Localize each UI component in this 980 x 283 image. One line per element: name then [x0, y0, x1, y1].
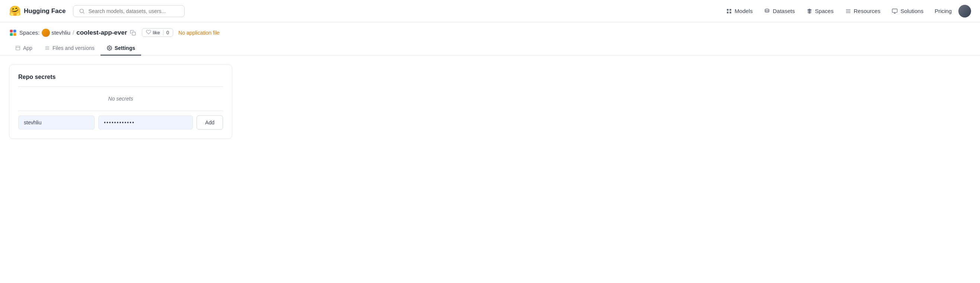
spaces-breadcrumb-icon	[9, 29, 17, 37]
breadcrumb-repo-name: coolest-app-ever	[76, 29, 127, 37]
solutions-icon	[891, 8, 898, 14]
nav-item-pricing[interactable]: Pricing	[930, 6, 956, 16]
svg-rect-10	[892, 9, 897, 12]
nav-item-spaces[interactable]: Spaces	[802, 6, 838, 17]
tab-settings-label: Settings	[115, 45, 135, 51]
tab-files-label: Files and versions	[52, 45, 95, 51]
files-tab-icon	[44, 45, 50, 51]
resources-icon	[845, 8, 851, 14]
spaces-icon	[806, 8, 813, 14]
nav-item-datasets[interactable]: Datasets	[759, 6, 799, 17]
spaces-label: Spaces:	[19, 29, 40, 36]
nav-item-models[interactable]: Models	[721, 6, 757, 17]
svg-rect-5	[729, 11, 731, 13]
copy-link-icon[interactable]	[129, 29, 137, 37]
svg-rect-17	[132, 32, 135, 35]
nav-label-solutions: Solutions	[900, 8, 923, 14]
breadcrumb-user: stevhliu	[42, 29, 70, 37]
svg-rect-15	[10, 33, 13, 36]
secrets-empty-label: No secrets	[18, 91, 223, 106]
nav-item-solutions[interactable]: Solutions	[887, 6, 928, 17]
secrets-bottom-divider	[18, 111, 223, 111]
svg-point-23	[109, 47, 110, 49]
svg-rect-2	[727, 9, 729, 11]
secrets-add-button[interactable]: Add	[197, 115, 223, 130]
like-label: like	[153, 30, 160, 35]
svg-line-1	[83, 12, 84, 13]
svg-rect-16	[13, 33, 16, 36]
datasets-icon	[764, 8, 770, 14]
heart-icon	[146, 29, 151, 36]
secrets-form: Add	[18, 115, 223, 130]
tabs-bar: App Files and versions Settings	[0, 41, 980, 56]
svg-rect-13	[10, 29, 13, 32]
logo-text: Hugging Face	[24, 8, 65, 15]
secrets-top-divider	[18, 86, 223, 87]
no-app-file-badge: No application file	[178, 30, 220, 36]
user-avatar[interactable]	[958, 5, 971, 17]
app-tab-icon	[15, 45, 21, 51]
secrets-title: Repo secrets	[18, 74, 223, 80]
nav-label-spaces: Spaces	[815, 8, 834, 14]
nav-label-datasets: Datasets	[773, 8, 795, 14]
breadcrumb-username-link[interactable]: stevhliu	[51, 29, 70, 36]
tab-settings[interactable]: Settings	[100, 41, 141, 56]
nav-label-resources: Resources	[854, 8, 881, 14]
user-breadcrumb-avatar	[42, 29, 50, 37]
svg-point-0	[80, 9, 84, 13]
secrets-name-input[interactable]	[18, 115, 95, 130]
svg-rect-18	[16, 46, 20, 50]
tab-app-label: App	[23, 45, 32, 51]
logo-emoji: 🤗	[9, 5, 21, 17]
logo-link[interactable]: 🤗 Hugging Face	[9, 5, 65, 17]
svg-rect-14	[13, 29, 16, 32]
secrets-value-input[interactable]	[98, 115, 193, 130]
svg-rect-3	[729, 9, 731, 11]
svg-rect-4	[727, 11, 729, 13]
nav-item-resources[interactable]: Resources	[840, 6, 885, 17]
search-bar	[73, 5, 185, 17]
nav-label-models: Models	[735, 8, 752, 14]
avatar-image	[958, 5, 971, 17]
like-button[interactable]: like 0	[142, 28, 173, 37]
tab-files-and-versions[interactable]: Files and versions	[38, 41, 100, 56]
breadcrumb: Spaces: stevhliu / coolest-app-ever like…	[0, 22, 980, 37]
nav-label-pricing: Pricing	[935, 8, 952, 14]
search-icon	[79, 8, 85, 14]
main-content: Repo secrets No secrets Add	[0, 56, 980, 148]
repo-secrets-card: Repo secrets No secrets Add	[9, 64, 232, 139]
settings-tab-icon	[107, 45, 113, 51]
navbar: 🤗 Hugging Face Models Datasets	[0, 0, 980, 22]
tab-app[interactable]: App	[9, 41, 38, 56]
search-input[interactable]	[88, 8, 179, 14]
like-count: 0	[163, 30, 169, 35]
models-icon	[726, 8, 732, 14]
nav-links: Models Datasets Spaces Resources	[721, 5, 971, 17]
breadcrumb-separator: /	[73, 29, 74, 36]
svg-point-6	[765, 9, 769, 10]
